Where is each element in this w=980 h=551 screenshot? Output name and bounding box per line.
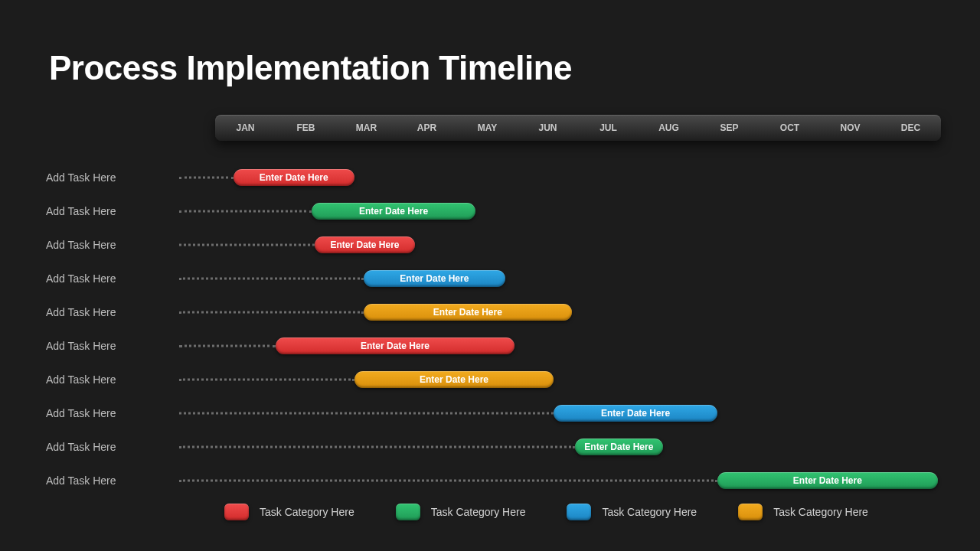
month-header: SEP	[699, 115, 760, 141]
month-header: APR	[397, 115, 457, 141]
month-header: FEB	[276, 115, 336, 141]
legend-item: Task Category Here	[738, 504, 868, 520]
month-header: MAR	[336, 115, 397, 141]
legend-label: Task Category Here	[431, 506, 526, 518]
legend-swatch	[738, 504, 763, 520]
gantt-row: Enter Date Here	[46, 295, 942, 329]
gantt-bar[interactable]: Enter Date Here	[354, 371, 554, 388]
legend-label: Task Category Here	[602, 506, 697, 518]
month-header: JUL	[578, 115, 639, 141]
gantt-row: Enter Date Here	[46, 464, 942, 497]
gantt-bar[interactable]: Enter Date Here	[554, 405, 717, 422]
gantt-bar[interactable]: Enter Date Here	[315, 236, 414, 253]
gantt-row: Enter Date Here	[46, 329, 942, 363]
row-leader-dotted	[179, 345, 276, 347]
months-axis: JANFEBMARAPRMAYJUNJULAUGSEPOCTNOVDEC	[215, 115, 941, 141]
row-leader-dotted	[179, 379, 354, 381]
row-leader-dotted	[179, 311, 364, 314]
row-leader-dotted	[179, 278, 364, 280]
legend-swatch	[567, 504, 591, 520]
row-leader-dotted	[179, 446, 575, 448]
slide: Process Implementation Timeline JANFEBMA…	[0, 0, 980, 551]
month-header: AUG	[639, 115, 699, 141]
gantt-row: Enter Date Here	[46, 363, 942, 396]
legend-label: Task Category Here	[260, 506, 354, 518]
gantt-row: Enter Date Here	[46, 228, 942, 262]
legend: Task Category HereTask Category HereTask…	[224, 504, 868, 520]
legend-item: Task Category Here	[224, 504, 354, 520]
legend-label: Task Category Here	[773, 506, 868, 518]
row-leader-dotted	[179, 210, 312, 213]
month-header: MAY	[457, 115, 518, 141]
gantt-row: Enter Date Here	[46, 194, 942, 228]
gantt-row: Enter Date Here	[46, 430, 942, 464]
gantt-bar[interactable]: Enter Date Here	[234, 169, 354, 186]
month-header: OCT	[760, 115, 820, 141]
gantt-bar[interactable]: Enter Date Here	[717, 472, 938, 489]
month-header: NOV	[820, 115, 880, 141]
gantt-bar[interactable]: Enter Date Here	[364, 270, 506, 287]
month-header: JUN	[518, 115, 578, 141]
legend-swatch	[396, 504, 420, 520]
month-header: DEC	[880, 115, 941, 141]
legend-item: Task Category Here	[396, 504, 526, 520]
legend-item: Task Category Here	[567, 504, 697, 520]
gantt-bar[interactable]: Enter Date Here	[276, 337, 514, 354]
gantt-row: Enter Date Here	[46, 161, 942, 194]
gantt-bar[interactable]: Enter Date Here	[364, 304, 573, 321]
gantt-rows: Enter Date HereEnter Date HereEnter Date…	[46, 161, 942, 497]
row-leader-dotted	[179, 177, 234, 179]
gantt-bar[interactable]: Enter Date Here	[575, 439, 663, 455]
row-leader-dotted	[179, 412, 554, 415]
gantt-row: Enter Date Here	[46, 262, 942, 295]
month-header: JAN	[215, 115, 276, 141]
row-leader-dotted	[179, 244, 315, 246]
gantt-bar[interactable]: Enter Date Here	[312, 203, 475, 220]
row-leader-dotted	[179, 480, 717, 482]
slide-title: Process Implementation Timeline	[49, 49, 572, 87]
legend-swatch	[224, 504, 249, 520]
gantt-row: Enter Date Here	[46, 396, 942, 430]
